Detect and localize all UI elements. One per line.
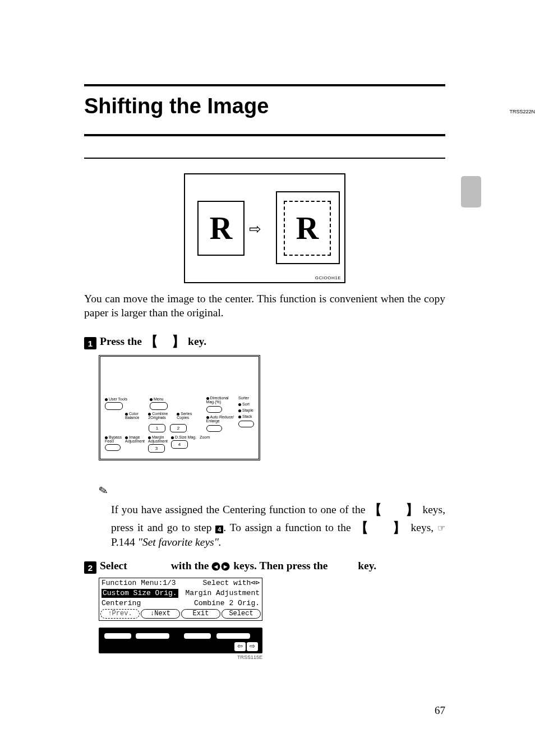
panel-button[interactable] [206, 406, 222, 413]
step-ref-4: 4 [215, 525, 223, 533]
lcd-select-button[interactable]: Select [222, 609, 261, 618]
panel-margin-adj: Margin Adjustment [148, 435, 168, 443]
note-page-ref: P.144 [111, 536, 135, 548]
panel-user-tools: User Tools [109, 397, 127, 401]
lcd-exit-button[interactable]: Exit [181, 609, 220, 618]
panel-menu: Menu [154, 397, 164, 401]
lcd-next-button[interactable]: ↓Next [141, 609, 180, 618]
intro-paragraph: You can move the image to the center. Th… [84, 292, 445, 320]
page-title: Shifting the Image [84, 94, 445, 118]
figure-copy-inner: R [284, 201, 331, 256]
centering-figure: R ⇨ R GCIOOH1E [184, 173, 345, 283]
step2-t3: keys. Then press the [230, 560, 330, 571]
step2-t4: key. [355, 560, 376, 571]
note-line3: "Set favorite keys". [138, 536, 222, 548]
step1-suffix: key. [185, 335, 206, 347]
panel-button[interactable] [105, 444, 121, 451]
panel-auto-reduce: Auto Reduce/ Enlarge [206, 415, 234, 423]
svg-text:◂: ◂ [214, 563, 218, 570]
top-rule-thick [84, 84, 445, 86]
close-bracket-icon: 】 [393, 520, 407, 535]
panel-stack: Stack [242, 414, 252, 418]
panel-button[interactable] [238, 421, 254, 427]
hw-button[interactable] [136, 633, 169, 639]
control-panel-diagram: User Tools Menu Color Balance Combine 2O… [99, 355, 260, 460]
hw-button[interactable] [184, 633, 211, 639]
panel-num-3[interactable]: 3 [148, 444, 165, 453]
figure-letter-right: R [296, 213, 319, 244]
step-number-1: 1 [84, 337, 96, 349]
panel-staple: Staple [242, 408, 253, 412]
panel-zoom: Zoom [200, 435, 210, 439]
step-number-2: 2 [84, 561, 96, 574]
hw-panel-code: TRSS115E [99, 654, 262, 660]
figure-letter-left: R [210, 213, 232, 244]
svg-text:▸: ▸ [223, 563, 228, 570]
open-bracket-icon: 【 [368, 502, 382, 517]
panel-sort: Sort [242, 402, 250, 406]
panel-image-adj: Image Adjustment [125, 435, 145, 443]
side-tab-marker [461, 176, 481, 208]
note-line1b: keys, [419, 504, 445, 515]
note-pencil-icon: ✎ [98, 483, 109, 499]
panel-button[interactable] [105, 402, 123, 410]
hw-button[interactable] [216, 633, 250, 639]
page-number: 67 [435, 704, 445, 717]
lcd-prev-button[interactable]: ↑Prev. [100, 609, 140, 618]
panel-num-2[interactable]: 2 [170, 424, 187, 432]
panel-button[interactable] [150, 402, 168, 410]
step2-t2: with the [168, 560, 211, 571]
lcd-header-right: Select with [203, 579, 251, 587]
section-rule [84, 158, 445, 159]
note-line1a: If you have assigned the Centering funct… [111, 504, 368, 515]
panel-directional: Directional Mag.(%) [206, 396, 229, 404]
lcd-arrow-icons: ⊲⊳ [251, 579, 260, 587]
close-bracket-icon: 】 [405, 502, 419, 517]
lcd-row1-right[interactable]: Margin Adjustment [185, 589, 260, 598]
panel-combine: Combine 2Originals [148, 412, 168, 420]
hardware-button-panel: ⇦ ⇨ [99, 628, 262, 653]
close-bracket-icon: 】 [172, 334, 185, 349]
note-block: ✎ If you have assigned the Centering fun… [99, 484, 445, 550]
panel-dsize: D.Size Mag. [175, 435, 196, 439]
title-underline-thick [84, 134, 445, 136]
lcd-row2-right[interactable]: Combine 2 Orig. [194, 599, 260, 608]
note-line2c: keys, [407, 522, 433, 533]
hw-right-arrow-button[interactable]: ⇨ [247, 642, 258, 651]
open-bracket-icon: 【 [145, 334, 158, 349]
note-line2a: press it and go to step [111, 522, 215, 533]
step2-t1: Select [100, 560, 130, 571]
figure-code: GCIOOH1E [315, 275, 341, 280]
panel-num-4[interactable]: 4 [171, 440, 188, 449]
lcd-row2-left[interactable]: Centering [102, 599, 141, 608]
open-bracket-icon: 【 [355, 520, 370, 535]
hw-left-arrow-button[interactable]: ⇦ [234, 642, 246, 651]
step1-prefix: Press the [100, 335, 145, 347]
panel-diagram-code: TRSS222N [509, 109, 535, 114]
note-line2b: . To assign a function to the [223, 522, 354, 533]
lcd-screen: Function Menu:1/3 Select with⊲⊳ Custom S… [99, 578, 262, 620]
panel-button[interactable] [206, 425, 222, 432]
panel-sorter: Sorter [238, 396, 249, 400]
step-2: 2 Select with the ◂▸ keys. Then press th… [84, 560, 445, 573]
figure-original-box: R [197, 201, 245, 256]
reference-arrow-icon: ☞ [437, 523, 445, 533]
lcd-row1-left[interactable]: Custom Size Orig. [102, 589, 178, 598]
hw-button[interactable] [104, 633, 131, 639]
step-1: 1 Press the 【 】 key. [84, 331, 445, 349]
left-right-arrow-icon: ◂▸ [211, 561, 230, 571]
panel-num-1[interactable]: 1 [149, 424, 165, 432]
lcd-header-left: Function Menu:1/3 [102, 579, 176, 588]
arrow-right-icon: ⇨ [249, 220, 261, 238]
